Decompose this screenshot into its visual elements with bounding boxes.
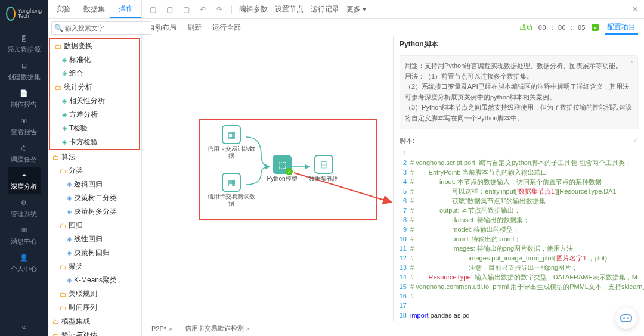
expand-icon[interactable]: ⤢ [633,136,638,145]
tree-item[interactable]: ◈决策树回归 [48,246,141,260]
undo-icon[interactable]: ↶ [198,5,208,14]
op-icon: ◈ [62,56,67,64]
tree-item[interactable]: ◈组合 [50,67,139,80]
folder-icon: 🗀 [55,43,61,50]
nav-database[interactable]: 🗄添加数据源 [8,30,41,57]
code-editor[interactable]: 12# yonghong.script.port 编写自定义python脚本的子… [394,148,644,321]
left-nav: Yonghong Tech 🗄添加数据源⊞创建数据集📄制作报告👁查看报告⏱调度任… [0,0,48,336]
nav-admin[interactable]: ⚙管理系统 [8,194,41,222]
tree-item[interactable]: ◈决策树二分类 [48,191,141,205]
node-label: 信用卡交易训练数据 [208,145,255,160]
node-label: 数据集视图 [309,175,339,182]
view-node-icon: ⌸ [314,155,333,174]
sidebar-tab-2[interactable]: 操作 [110,0,141,18]
tree-folder[interactable]: 🗀数据变换 [50,39,139,53]
panel-description: 用途：支持用Python语言编程实现数据处理、数据分析、图表展示等功能。 用法：… [400,55,638,129]
tb-icon-2[interactable]: ▢ [165,5,174,14]
tree-folder[interactable]: 🗀时间序列 [48,301,141,315]
bottom-tab[interactable]: 信用卡交易欺诈检测× [180,323,255,334]
nav-user[interactable]: 👤个人中心 [8,249,41,276]
bottom-tab[interactable]: P2P*× [147,324,178,334]
folder-icon: 🗀 [52,332,59,337]
subbar: 自动布局 刷新 运行全部 成功 00 : 00 : 05 ▸ 配置项目 [142,19,644,36]
status-badge: 成功 [519,23,532,32]
sidebar: 实验数据集操作 🔍 ⋮ 🗀数据变换◈标准化◈组合🗀统计分析◈相关性分析◈方差分析… [48,0,142,336]
main: ▢ ▢ ▢ ↶ ↷ 编辑参数 设置节点 运行记录 更多 ▾ × 自动布局 刷新 … [142,0,644,336]
nav-analysis[interactable]: ✦深度分析 [8,167,41,194]
close-tab-icon[interactable]: × [246,325,250,332]
tree-item[interactable]: ◈K-Means聚类 [48,273,141,287]
redo-icon[interactable]: ↷ [215,5,224,14]
tree-item[interactable]: ◈T检验 [50,122,139,135]
operation-tree: 🗀数据变换◈标准化◈组合🗀统计分析◈相关性分析◈方差分析◈T检验◈卡方检验🗀算法… [48,37,141,336]
collapse-nav-button[interactable]: « [0,318,48,336]
folder-icon: 🗀 [60,291,66,298]
op-icon: ◈ [67,208,72,216]
tree-folder[interactable]: 🗀回归 [48,219,141,232]
data-node-icon: ▦ [222,173,241,192]
chevron-up-icon[interactable]: ˄ [630,60,634,70]
search-input[interactable] [51,21,151,35]
refresh-link[interactable]: 刷新 [187,23,202,33]
bottom-tabs: P2P*×信用卡交易欺诈检测× [142,321,644,336]
panel-title: Python脚本 [394,36,644,53]
op-icon: ◈ [67,249,72,257]
tree-item[interactable]: ◈方差分析 [50,108,139,122]
tree-folder[interactable]: 🗀统计分析 [50,80,139,94]
tree-folder[interactable]: 🗀算法 [48,150,141,164]
folder-icon: 🗀 [55,84,61,91]
config-tab[interactable]: 配置项目 [605,21,638,35]
nav-view[interactable]: 👁查看报告 [8,112,41,139]
tree-folder[interactable]: 🗀模型集成 [48,315,141,328]
nav-message[interactable]: ✉消息中心 [8,222,41,249]
auto-layout-link[interactable]: 自动布局 [148,23,177,33]
nav-report[interactable]: 📄制作报告 [8,85,41,112]
tree-folder[interactable]: 🗀聚类 [48,260,141,273]
brand-name: Yonghong Tech [18,8,42,19]
data-node-icon: ▦ [222,125,241,144]
node-test-data[interactable]: ▦ 信用卡交易测试数据 [208,173,255,207]
search-icon: 🔍 [54,24,63,32]
close-icon[interactable]: × [633,4,638,15]
tree-item[interactable]: ◈决策树多分类 [48,205,141,219]
tree-item[interactable]: ◈线性回归 [48,232,141,246]
tb-icon-1[interactable]: ▢ [148,5,157,14]
tree-folder[interactable]: 🗀关联规则 [48,287,141,301]
tb-set-node[interactable]: 设置节点 [275,4,304,14]
sidebar-tab-0[interactable]: 实验 [48,0,79,18]
op-icon: ◈ [62,70,67,77]
op-icon: ◈ [62,111,67,119]
node-python-model[interactable]: ⬚ Python模型 [258,155,306,182]
play-icon[interactable]: ▸ [592,24,599,31]
tree-item[interactable]: ◈相关性分析 [50,94,139,108]
tree-folder[interactable]: 🗀分类 [48,164,141,178]
folder-icon: 🗀 [60,167,66,175]
node-label: 信用卡交易测试数据 [208,193,255,207]
tb-edit-params[interactable]: 编辑参数 [239,4,268,14]
node-dataset-view[interactable]: ⌸ 数据集视图 [300,155,348,182]
nav-schedule[interactable]: ⏱调度任务 [8,139,41,167]
nav-dataset[interactable]: ⊞创建数据集 [8,57,41,85]
right-panel: Python脚本 用途：支持用Python语言编程实现数据处理、数据分析、图表展… [394,36,644,321]
folder-icon: 🗀 [60,304,66,312]
folder-icon: 🗀 [60,222,66,229]
tree-item[interactable]: ◈标准化 [50,53,139,67]
sidebar-tabs: 实验数据集操作 [48,0,141,19]
node-train-data[interactable]: ▦ 信用卡交易训练数据 [208,125,255,160]
sidebar-tab-1[interactable]: 数据集 [79,0,110,18]
tree-item[interactable]: ◈逻辑回归 [48,178,141,191]
tb-more[interactable]: 更多 ▾ [346,4,366,14]
tree-item[interactable]: ◈卡方检验 [50,135,139,149]
chat-assistant-button[interactable] [615,307,637,329]
op-icon: ◈ [62,138,67,146]
tb-run-history[interactable]: 运行记录 [311,4,339,14]
canvas[interactable]: ▦ 信用卡交易训练数据 ▦ 信用卡交易测试数据 ⬚ Python模型 ⌸ 数据集… [142,36,394,321]
op-icon: ◈ [62,97,67,105]
run-all-link[interactable]: 运行全部 [212,23,241,33]
tb-icon-3[interactable]: ▢ [181,5,191,14]
folder-icon: 🗀 [60,263,66,270]
tree-folder[interactable]: 🗀验证与评估 [48,328,141,336]
close-tab-icon[interactable]: × [169,325,172,332]
op-icon: ◈ [67,276,72,284]
node-label: Python模型 [267,175,297,182]
